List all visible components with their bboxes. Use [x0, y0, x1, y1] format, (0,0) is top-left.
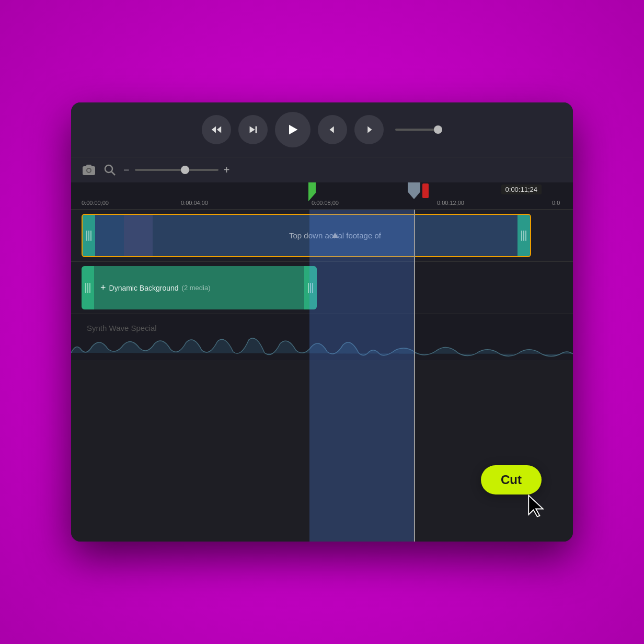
thumbnail-1: [95, 215, 124, 256]
rewind-button[interactable]: [202, 115, 231, 144]
handle-lines-left: [85, 283, 90, 293]
dynamic-background-track: + Dynamic Background (2 media): [71, 262, 573, 314]
handle-lines-right: [308, 283, 313, 293]
audio-label: Synth Wave Special: [87, 324, 157, 332]
volume-thumb: [434, 125, 442, 134]
keyframe-marker: [332, 233, 338, 238]
cut-marker[interactable]: [422, 183, 429, 200]
audio-waveform: [71, 332, 573, 361]
handle-line: [523, 231, 524, 241]
clip-right-handle[interactable]: [518, 215, 530, 256]
handle-line: [308, 283, 309, 293]
play-button[interactable]: [275, 112, 310, 147]
plus-icon: +: [100, 282, 106, 293]
clip-content: Top down aerial footage of: [153, 231, 518, 240]
svg-point-11: [105, 165, 112, 172]
video-track: Top down aerial footage of: [71, 210, 573, 262]
rewind-icon: [211, 124, 222, 135]
handle-lines-left: [86, 231, 91, 241]
toolbar: − +: [71, 157, 573, 182]
handle-line: [312, 283, 313, 293]
in-marker-icon: [301, 182, 316, 201]
volume-slider[interactable]: [395, 129, 442, 131]
in-marker[interactable]: [301, 182, 316, 203]
svg-marker-13: [308, 182, 316, 201]
dynamic-clip-right-handle[interactable]: [304, 266, 317, 309]
timeline-area: 0:00:11;24: [71, 182, 573, 542]
ruler-label-0: 0:00:00;00: [82, 200, 109, 206]
playhead-icon: [408, 182, 420, 199]
waveform-svg: [71, 332, 573, 361]
prev-frame-icon: [327, 124, 338, 135]
handle-line: [85, 283, 86, 293]
handle-line: [89, 283, 90, 293]
dynamic-clip-content: + Dynamic Background (2 media): [94, 282, 304, 293]
transport-bar: [71, 102, 573, 157]
handle-line: [310, 283, 311, 293]
svg-marker-2: [250, 126, 255, 133]
svg-marker-5: [330, 126, 334, 133]
handle-line: [86, 231, 87, 241]
zoom-search-icon[interactable]: [104, 164, 116, 176]
svg-line-12: [111, 171, 115, 175]
prev-frame-button[interactable]: [318, 115, 347, 144]
zoom-track[interactable]: [135, 169, 218, 171]
play-icon: [285, 122, 300, 137]
svg-rect-15: [422, 183, 429, 198]
zoom-thumb: [181, 166, 189, 174]
ruler-label-4: 0:00:04;00: [181, 200, 208, 206]
svg-rect-10: [86, 165, 91, 167]
playhead-marker[interactable]: [408, 182, 420, 201]
handle-line: [88, 231, 89, 241]
next-frame-icon: [363, 124, 375, 135]
handle-line: [87, 283, 88, 293]
handle-line: [90, 231, 91, 241]
editor-window: − + 0:00:11;24: [71, 102, 573, 542]
search-icon: [104, 164, 116, 176]
video-clip[interactable]: Top down aerial footage of: [82, 214, 531, 257]
cut-marker-icon: [422, 183, 429, 198]
audio-track: Synth Wave Special: [71, 314, 573, 361]
ruler-label-12: 0:00:12;00: [437, 200, 464, 206]
zoom-controls: − +: [123, 165, 229, 175]
zoom-out-button[interactable]: −: [123, 165, 130, 175]
svg-marker-6: [367, 126, 372, 133]
svg-marker-4: [289, 125, 297, 135]
next-frame-button[interactable]: [354, 115, 384, 144]
dynamic-clip[interactable]: + Dynamic Background (2 media): [82, 266, 317, 309]
snapshot-button[interactable]: [82, 163, 96, 177]
thumbnail-2: [124, 215, 153, 256]
handle-line: [521, 231, 522, 241]
handle-lines-right: [521, 231, 526, 241]
step-forward-icon: [247, 124, 259, 135]
clip-left-handle[interactable]: [83, 215, 95, 256]
dynamic-clip-label: Dynamic Background: [109, 284, 179, 292]
dynamic-clip-left-handle[interactable]: [82, 266, 94, 309]
step-forward-button[interactable]: [238, 115, 268, 144]
svg-marker-0: [212, 126, 216, 133]
handle-line: [525, 231, 526, 241]
dynamic-clip-media-count: (2 media): [182, 284, 211, 292]
svg-marker-1: [217, 126, 221, 133]
svg-point-9: [87, 169, 90, 172]
cut-button[interactable]: Cut: [481, 465, 542, 494]
volume-track: [395, 129, 442, 131]
svg-rect-3: [256, 126, 257, 133]
camera-icon: [82, 163, 96, 177]
zoom-in-button[interactable]: +: [224, 165, 230, 175]
svg-marker-14: [408, 182, 420, 199]
ruler: 0:00:11;24: [71, 182, 573, 210]
ruler-label-end: 0:0: [552, 200, 560, 206]
